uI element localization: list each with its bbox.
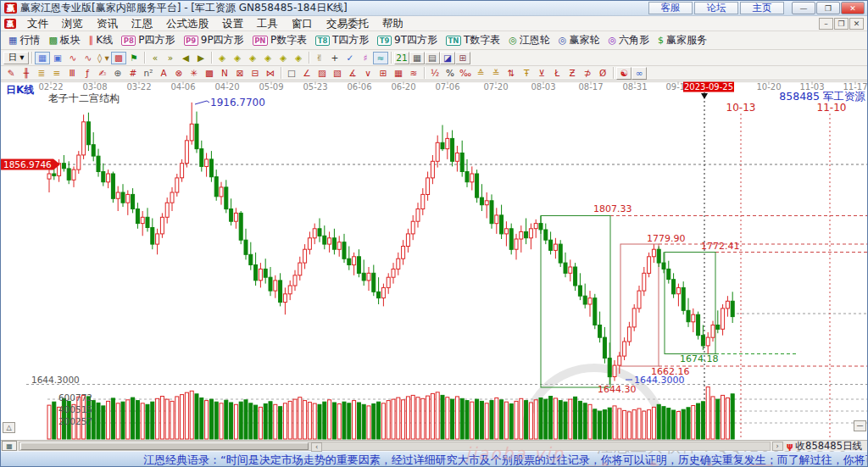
chart-tool-icon[interactable]: ◈ bbox=[275, 52, 291, 64]
grid-view-button[interactable]: ▦ bbox=[2, 441, 17, 451]
gann-tool-icon[interactable]: ▧ bbox=[330, 67, 345, 80]
titlebar-button-主页[interactable]: 主页 bbox=[740, 2, 784, 14]
gann-tool-icon[interactable]: ≙ bbox=[473, 67, 488, 80]
mdi-minimize-button[interactable]: – bbox=[819, 18, 833, 30]
titlebar-button-客服[interactable]: 客服 bbox=[648, 2, 693, 14]
hscrollbar-thumb[interactable] bbox=[20, 442, 309, 450]
gann-tool-icon[interactable]: ∠ bbox=[299, 67, 314, 80]
menu-item[interactable]: 资讯 bbox=[90, 16, 125, 31]
restore-button[interactable]: ❐ bbox=[816, 2, 840, 14]
menu-item[interactable]: 文件 bbox=[20, 16, 55, 31]
gann-tool-icon[interactable]: ½ bbox=[427, 67, 442, 80]
menu-item[interactable]: 江恩 bbox=[125, 16, 159, 31]
gann-tool-icon[interactable]: ≚ bbox=[488, 67, 504, 80]
gann-tool-icon[interactable]: □ bbox=[284, 67, 299, 80]
chart-tool-icon[interactable]: ▩ bbox=[111, 52, 126, 64]
gann-tool-icon[interactable]: Ł bbox=[549, 67, 565, 80]
chart-tool-icon[interactable]: ◈ bbox=[291, 52, 306, 64]
chart-tool-icon[interactable]: ♯ bbox=[358, 52, 373, 64]
chart-tool-icon[interactable]: ▣ bbox=[50, 52, 65, 64]
gann-tool-icon[interactable]: ⊅ bbox=[580, 67, 595, 80]
chart-tool-icon[interactable]: ≈ bbox=[373, 52, 388, 64]
period-label[interactable]: 日K线 bbox=[6, 83, 34, 97]
gann-tool-icon[interactable]: ✎ bbox=[3, 67, 19, 80]
chart-tool-icon[interactable]: 21 bbox=[394, 52, 409, 64]
toolbar-button-赢家轮[interactable]: ◎赢家轮 bbox=[554, 32, 604, 49]
gann-tool-icon[interactable]: % bbox=[442, 67, 458, 80]
toolbar-button-T数字表[interactable]: TNT数字表 bbox=[442, 32, 504, 49]
gann-tool-icon[interactable]: ≋ bbox=[406, 67, 421, 80]
gann-tool-icon[interactable]: ∡ bbox=[345, 67, 360, 80]
titlebar-button-论坛[interactable]: 论坛 bbox=[694, 2, 738, 14]
chart-area[interactable]: 02-2203-0803-2204-0604-2005-0905-2306-06… bbox=[1, 81, 868, 440]
chart-tool-icon[interactable]: + bbox=[327, 52, 342, 64]
chart-tool-icon[interactable]: ∿ bbox=[81, 52, 96, 64]
chart-tool-icon[interactable]: « bbox=[147, 52, 163, 64]
chart-tool-icon[interactable]: ▤ bbox=[425, 52, 440, 64]
gann-tool-icon[interactable]: Ν bbox=[217, 67, 232, 80]
pane-minimize-button[interactable]: — bbox=[854, 420, 866, 431]
gann-tool-icon[interactable]: ƒ bbox=[80, 67, 95, 80]
menu-item[interactable]: 交易委托 bbox=[320, 16, 376, 31]
chart-tool-icon[interactable]: ✓ bbox=[342, 52, 358, 64]
gann-tool-icon[interactable]: ▩ bbox=[202, 67, 217, 80]
chart-tool-icon[interactable]: ▦ bbox=[409, 52, 425, 64]
gann-tool-icon[interactable]: ⊻ bbox=[534, 67, 549, 80]
chart-tool-icon[interactable]: ∿ bbox=[65, 52, 81, 64]
gann-tool-icon[interactable]: ⊗ bbox=[171, 67, 186, 80]
gann-tool-icon[interactable]: ▨ bbox=[314, 67, 330, 80]
gann-tool-icon[interactable]: # bbox=[125, 67, 141, 80]
chart-tool-icon[interactable]: » bbox=[163, 52, 178, 64]
menu-item[interactable]: 工具 bbox=[250, 16, 285, 31]
toolbar-button-9P四方形[interactable]: P99P四方形 bbox=[180, 32, 248, 49]
gann-tool-icon[interactable]: ≡ bbox=[49, 67, 64, 80]
toolbar-button-K线[interactable]: ∥K线 bbox=[85, 32, 117, 49]
gann-tool-icon[interactable]: ⊠ bbox=[232, 67, 248, 80]
toolbar-button-9T四方形[interactable]: T99T四方形 bbox=[373, 32, 442, 49]
gann-tool-icon[interactable]: ⊕ bbox=[110, 67, 125, 80]
toolbar-button-江恩轮[interactable]: ◎江恩轮 bbox=[504, 32, 554, 49]
gann-tool-icon[interactable]: ✳ bbox=[186, 67, 202, 80]
gann-tool-icon[interactable]: ▦ bbox=[391, 67, 406, 80]
toolbar-button-板块[interactable]: ▩板块 bbox=[44, 32, 84, 49]
toolbar-button-行情[interactable]: ▦行情 bbox=[4, 32, 44, 49]
chart-tool-icon[interactable]: ◈ bbox=[230, 52, 245, 64]
chart-tool-icon[interactable]: ◈ bbox=[245, 52, 260, 64]
gann-tool-icon[interactable]: ☯ bbox=[616, 67, 632, 80]
chart-tool-icon[interactable]: ◈ bbox=[260, 52, 275, 64]
hscrollbar-track[interactable]: ‹ bbox=[19, 442, 771, 451]
gann-tool-icon[interactable]: ∞ bbox=[632, 67, 647, 80]
toolbar-button-P四方形[interactable]: P8P四方形 bbox=[117, 32, 179, 49]
toolbar-button-P数字表[interactable]: PNP数字表 bbox=[248, 32, 312, 49]
menu-item[interactable]: 设置 bbox=[215, 16, 250, 31]
gann-tool-icon[interactable]: A bbox=[156, 67, 171, 80]
mdi-restore-button[interactable]: ❐ bbox=[834, 18, 849, 30]
menu-item[interactable]: 帮助 bbox=[376, 16, 410, 31]
chart-tool-icon[interactable]: ◊ ▾ bbox=[96, 52, 111, 64]
gann-tool-icon[interactable]: ⊞ bbox=[376, 67, 391, 80]
close-button[interactable]: ✕ bbox=[841, 2, 865, 14]
gann-tool-icon[interactable]: ⊟ bbox=[248, 67, 263, 80]
gann-tool-icon[interactable]: n² bbox=[141, 67, 156, 80]
menu-item[interactable]: 浏览 bbox=[55, 16, 90, 31]
chart-tool-icon[interactable]: 日 ▾ bbox=[3, 52, 29, 64]
chart-tool-icon[interactable]: ◪ bbox=[440, 52, 455, 64]
chart-tool-icon[interactable]: ⚑ bbox=[126, 52, 142, 64]
menu-item[interactable]: 窗口 bbox=[285, 16, 320, 31]
chart-tool-icon[interactable]: ◀ bbox=[178, 52, 193, 64]
gann-tool-icon[interactable]: ⇅ bbox=[504, 67, 519, 80]
gann-tool-icon[interactable]: ‰ bbox=[458, 67, 473, 80]
toolbar-button-T四方形[interactable]: T8T四方形 bbox=[311, 32, 373, 49]
menu-item[interactable]: 公式选股 bbox=[159, 16, 215, 31]
gann-tool-icon[interactable]: Ⅲ bbox=[64, 67, 80, 80]
gann-tool-icon[interactable]: ⋈ bbox=[263, 67, 278, 80]
toolbar-button-六角形[interactable]: ◎六角形 bbox=[604, 32, 654, 49]
gann-tool-icon[interactable]: ≣ bbox=[34, 67, 49, 80]
chart-tool-icon[interactable]: ▦ bbox=[35, 52, 50, 64]
pane-collapse-button[interactable]: △ bbox=[3, 422, 15, 433]
gann-tool-icon[interactable]: ✍ bbox=[95, 67, 110, 80]
chart-tool-icon[interactable]: ✌ bbox=[312, 52, 327, 64]
gann-tool-icon[interactable]: ∨ bbox=[360, 67, 376, 80]
gann-tool-icon[interactable]: Ƶ bbox=[565, 67, 580, 80]
kline-chart[interactable]: 02-2203-0803-2204-0604-2005-0905-2306-06… bbox=[1, 81, 868, 440]
